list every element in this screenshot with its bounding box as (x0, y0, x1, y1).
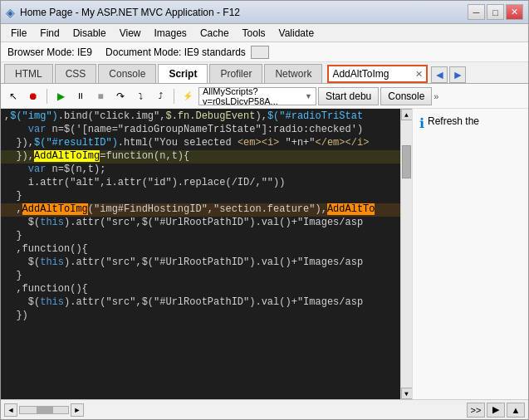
scroll-down-button[interactable]: ▼ (401, 388, 413, 399)
tab-profiler[interactable]: Profiler (209, 64, 262, 83)
start-debug-button[interactable]: Start debu (318, 87, 379, 105)
menu-validate[interactable]: Validate (272, 26, 321, 41)
dropdown-arrow-icon: ▼ (305, 92, 312, 100)
menu-tools[interactable]: Tools (236, 26, 272, 41)
pause-button[interactable]: ⏸ (71, 87, 90, 105)
close-button[interactable]: ✕ (506, 4, 523, 20)
bottom-bar: ◄ ► >> ▶ ▲ (1, 399, 528, 419)
code-text: ,function(){ (4, 283, 88, 295)
scroll-track-horizontal[interactable] (19, 406, 69, 414)
toolbar: ↖ ⏺ ▶ ⏸ ■ ↷ ⤵ ⤴ ⚡ AllMyScripts?v=r0sLDic… (1, 84, 528, 109)
refresh-info: ℹ Refresh the (416, 112, 525, 134)
stop-button[interactable]: ■ (91, 87, 110, 105)
code-text: $(this).attr("src",$("#UrlRootPathID").v… (4, 296, 363, 308)
title-bar: ◈ Home Page - My ASP.NET MVC Application… (1, 1, 528, 24)
search-close-button[interactable]: ✕ (412, 69, 426, 80)
step-out-button[interactable]: ⤴ (151, 87, 169, 105)
code-line: ,AddAltToImg("img#FindHostingID","sectio… (1, 203, 412, 217)
scroll-up-button[interactable]: ▲ (401, 109, 413, 120)
right-chevron-icon: » (433, 91, 438, 101)
menu-find[interactable]: Find (33, 26, 66, 41)
refresh-text: Refresh the (428, 115, 479, 127)
scroll-left-button[interactable]: ◄ (4, 403, 17, 417)
code-text: } (4, 230, 22, 242)
code-line: } (1, 230, 412, 243)
code-line: }),$("#resultID").html("You selected <em… (1, 137, 412, 150)
search-prev-button[interactable]: ◄ (431, 66, 448, 83)
scroll-right-button[interactable]: ► (71, 403, 84, 417)
search-arrows: ◄ ► (431, 66, 466, 83)
code-text: var n=$('[name="radioGroupNameTriState"]… (4, 124, 363, 135)
code-text: } (4, 270, 22, 281)
code-text: $(this).attr("src",$("#UrlRootPathID").v… (4, 217, 363, 228)
code-line: }),AddAltToImg=function(n,t){ (1, 150, 412, 164)
minimize-button[interactable]: ─ (468, 4, 485, 20)
nav-prev-button[interactable]: >> (467, 403, 485, 418)
tab-console[interactable]: Console (98, 64, 156, 83)
code-line: ,function(){ (1, 243, 412, 256)
step-over-button[interactable]: ↷ (111, 87, 130, 105)
main-window: ◈ Home Page - My ASP.NET MVC Application… (0, 0, 529, 420)
main-area: ,$("img").bind("click.img",$.fn.DebugEve… (1, 109, 528, 399)
tab-css[interactable]: CSS (55, 64, 97, 83)
step-into-button[interactable]: ⤵ (131, 87, 149, 105)
tab-network[interactable]: Network (264, 64, 322, 83)
horizontal-scroll: ◄ ► (4, 403, 84, 417)
code-line: i.attr("alt",i.attr("id").replace(/ID/,"… (1, 177, 412, 190)
code-line: } (1, 190, 412, 203)
scroll-track[interactable] (401, 120, 412, 388)
window-title: Home Page - My ASP.NET MVC Application -… (20, 7, 240, 18)
menu-images[interactable]: Images (148, 26, 193, 41)
script-selector-value: AllMyScripts?v=r0sLDicvP58A... (203, 86, 302, 106)
tabs-row: HTML CSS Console Script Profiler Network… (1, 62, 528, 84)
document-mode-label: Document Mode: IE9 standards (105, 46, 246, 58)
toolbar-separator-1 (47, 89, 47, 104)
scroll-thumb (402, 145, 411, 178)
code-text: } (4, 190, 22, 202)
code-text: }),$("#resultID").html("You selected <em… (4, 137, 369, 149)
code-text: }) (4, 310, 28, 321)
search-next-button[interactable]: ► (449, 66, 466, 83)
menu-disable[interactable]: Disable (66, 26, 113, 41)
tab-script[interactable]: Script (158, 64, 208, 83)
select-tool-button[interactable]: ↖ (4, 87, 22, 105)
code-line: $(this).attr("src",$("#UrlRootPathID").v… (1, 296, 412, 310)
code-text: i.attr("alt",i.attr("id").replace(/ID/,"… (4, 177, 285, 188)
code-text: $(this).attr("src",$("#UrlRootPathID").v… (4, 256, 363, 268)
menu-cache[interactable]: Cache (193, 26, 236, 41)
toolbar-separator-2 (174, 89, 174, 104)
vertical-scrollbar[interactable]: ▲ ▼ (400, 109, 412, 399)
code-line: var n=$('[name="radioGroupNameTriState"]… (1, 124, 412, 137)
code-line: ,function(){ (1, 283, 412, 296)
menu-view[interactable]: View (113, 26, 148, 41)
search-input[interactable] (329, 68, 412, 80)
console-button[interactable]: Console (380, 87, 432, 105)
code-text: }),AddAltToImg=function(n,t){ (4, 150, 189, 162)
bottom-nav-buttons: >> ▶ ▲ (467, 403, 525, 418)
code-line: }) (1, 310, 412, 323)
browser-mode-toggle[interactable] (251, 46, 269, 59)
search-box: ✕ (327, 65, 428, 83)
record-button[interactable]: ⏺ (24, 87, 42, 105)
nav-play-button[interactable]: ▶ (487, 403, 505, 418)
nav-up-button[interactable]: ▲ (507, 403, 525, 418)
title-bar-left: ◈ Home Page - My ASP.NET MVC Application… (6, 6, 240, 19)
code-line: $(this).attr("src",$("#UrlRootPathID").v… (1, 256, 412, 270)
title-controls: ─ □ ✕ (468, 4, 523, 20)
script-selector-dropdown[interactable]: AllMyScripts?v=r0sLDicvP58A... ▼ (198, 87, 316, 105)
app-icon: ◈ (6, 6, 15, 19)
scroll-thumb-horizontal (37, 407, 53, 413)
code-panel[interactable]: ,$("img").bind("click.img",$.fn.DebugEve… (1, 109, 412, 399)
code-line: var n=$(n,t); (1, 164, 412, 177)
code-line: } (1, 270, 412, 283)
code-text: ,function(){ (4, 243, 88, 255)
right-panel: ℹ Refresh the (412, 109, 528, 399)
breakpoints-button[interactable]: ⚡ (179, 87, 197, 105)
menu-file[interactable]: File (4, 26, 33, 41)
browser-mode-label: Browser Mode: IE9 (7, 46, 92, 58)
tab-html[interactable]: HTML (4, 64, 53, 83)
maximize-button[interactable]: □ (487, 4, 504, 20)
code-content: ,$("img").bind("click.img",$.fn.DebugEve… (1, 109, 412, 399)
play-button[interactable]: ▶ (51, 87, 70, 105)
code-text: ,$("img").bind("click.img",$.fn.DebugEve… (4, 110, 363, 122)
